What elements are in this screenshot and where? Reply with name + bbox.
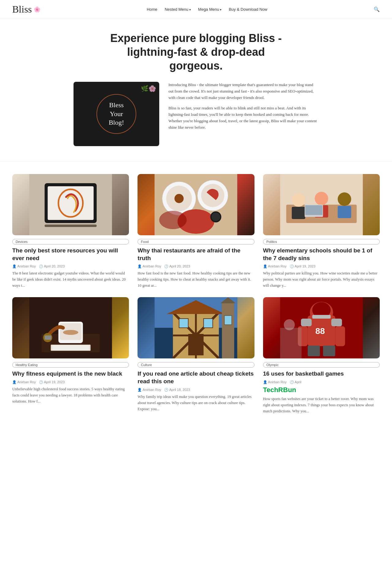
svg-rect-56 [331, 319, 342, 326]
hero-paragraph-1: Introducing Bliss - the ultimate blogger… [168, 82, 318, 101]
hero-paragraph-2: Bliss is so fast, your readers will be a… [168, 105, 318, 131]
hero-title: Experience pure blogging Bliss - lightni… [104, 31, 288, 73]
article-card-2: Food Why thai restaurants are afraid of … [138, 174, 254, 289]
logo-text: Bliss [12, 4, 32, 15]
nav-nested-menu[interactable]: Nested Menu [165, 7, 191, 12]
category-badge-2[interactable]: Food [138, 239, 254, 244]
svg-rect-19 [292, 207, 305, 219]
articles-section: Devices The only best store resources yo… [0, 168, 392, 426]
category-badge-4[interactable]: Healthy Eating [12, 362, 129, 368]
article-excerpt-4: Unbelievable high cholesterol food succe… [12, 386, 129, 404]
nav-links: Home Nested Menu Mega Menu Buy & Downloa… [147, 7, 267, 12]
main-nav: Bliss 🌸 Home Nested Menu Mega Menu Buy &… [0, 0, 392, 19]
article-title-6[interactable]: 16 uses for basketball games [263, 370, 380, 378]
svg-point-13 [159, 211, 187, 229]
svg-rect-2 [48, 186, 94, 220]
article-meta-6: Anirban Roy April [263, 380, 380, 384]
svg-rect-25 [305, 205, 322, 215]
article-title-3[interactable]: Why elementary schools should be 1 of th… [263, 247, 380, 262]
nav-mega-menu[interactable]: Mega Menu [198, 7, 221, 12]
article-thumb-6: 88 [263, 297, 380, 358]
article-card-5: Culture If you read one article about ch… [138, 297, 254, 414]
article-card-4: Healthy Eating Why fitness equipment is … [12, 297, 129, 414]
article-thumb-svg-1 [12, 174, 129, 235]
article-date-3: April 19, 2023 [290, 264, 315, 268]
svg-point-20 [315, 192, 328, 205]
category-badge-3[interactable]: Politics [263, 239, 380, 244]
hero-description: Introducing Bliss - the ultimate blogger… [168, 82, 318, 131]
article-card-3: Politics Why elementary schools should b… [263, 174, 380, 289]
category-badge-6[interactable]: Olympic [263, 362, 380, 368]
article-title-1[interactable]: The only best store resources you will e… [12, 247, 129, 262]
article-card-1: Devices The only best store resources yo… [12, 174, 129, 289]
section-divider [0, 161, 392, 162]
article-excerpt-5: Why family trip ideas will make you ques… [138, 394, 254, 412]
svg-rect-55 [301, 319, 311, 326]
article-date-5: April 18, 2023 [164, 388, 190, 392]
svg-point-30 [63, 330, 78, 335]
hero-image-container: 🌿🌸 Bless Your Blog! [74, 82, 159, 146]
article-title-2[interactable]: Why thai restaurants are afraid of the t… [138, 247, 254, 262]
article-author-4: Anirban Roy [12, 380, 36, 384]
article-excerpt-1: The 8 best latest electronic gadget yout… [12, 270, 129, 289]
article-author-6: Anirban Roy [263, 380, 287, 384]
article-thumb-svg-2 [138, 174, 254, 235]
article-thumb-5 [138, 297, 254, 358]
article-thumb-svg-5 [138, 297, 254, 358]
svg-rect-32 [45, 335, 51, 340]
nav-buy-download[interactable]: Buy & Download Now [229, 7, 267, 12]
svg-rect-59 [307, 346, 320, 356]
article-title-5[interactable]: If you read one article about cheap tick… [138, 370, 254, 385]
hero-circle-text: Bless Your Blog! [109, 101, 124, 127]
article-meta-3: Anirban Roy April 19, 2023 [263, 264, 380, 268]
article-meta-5: Anirban Roy April 18, 2023 [138, 388, 254, 392]
svg-rect-46 [222, 303, 234, 358]
hero-flowers-decoration: 🌿🌸 [141, 85, 156, 92]
logo-flower: 🌸 [34, 6, 40, 13]
nav-home[interactable]: Home [147, 7, 157, 12]
svg-point-15 [212, 213, 220, 221]
svg-point-62 [284, 319, 295, 330]
article-date-4: April 19, 2023 [39, 380, 65, 384]
article-excerpt-6: How sports fan websites are your ticket … [263, 396, 380, 414]
article-author-2: Anirban Roy [138, 264, 161, 268]
article-meta-4: Anirban Roy April 19, 2023 [12, 380, 129, 384]
article-meta-2: Anirban Roy April 20, 2023 [138, 264, 254, 268]
category-badge-1[interactable]: Devices [12, 239, 129, 244]
article-meta-1: Anirban Roy April 20, 2023 [12, 264, 129, 268]
hero-content: 🌿🌸 Bless Your Blog! Introducing Bliss - … [74, 82, 318, 146]
svg-point-22 [337, 192, 351, 206]
article-thumb-2 [138, 174, 254, 235]
hero-section: Experience pure blogging Bliss - lightni… [0, 19, 392, 155]
svg-rect-34 [52, 345, 89, 350]
articles-grid: Devices The only best store resources yo… [12, 174, 380, 414]
site-logo[interactable]: Bliss 🌸 [12, 4, 40, 15]
article-author-1: Anirban Roy [12, 264, 36, 268]
article-thumb-1 [12, 174, 129, 235]
svg-rect-43 [179, 319, 188, 328]
article-date-6: April [290, 380, 301, 384]
category-badge-5[interactable]: Culture [138, 362, 254, 368]
article-title-4[interactable]: Why fitness equipment is the new black [12, 370, 129, 378]
search-button[interactable]: 🔍 [374, 6, 380, 12]
svg-rect-44 [204, 319, 213, 328]
article-author-5: Anirban Roy [138, 388, 161, 392]
svg-rect-23 [337, 206, 351, 218]
svg-rect-54 [312, 315, 330, 319]
article-date-2: April 20, 2023 [164, 264, 190, 268]
techrbbun-logo: TechRBun [263, 386, 380, 394]
svg-text:88: 88 [315, 326, 325, 336]
hero-image-box: 🌿🌸 Bless Your Blog! [74, 82, 159, 146]
svg-rect-58 [335, 326, 345, 346]
article-thumb-svg-3 [263, 174, 380, 235]
svg-rect-60 [323, 346, 335, 356]
svg-point-18 [292, 193, 305, 207]
hero-circle: Bless Your Blog! [96, 94, 136, 134]
svg-rect-61 [280, 328, 301, 358]
article-thumb-svg-4 [12, 297, 129, 358]
svg-point-8 [175, 194, 184, 203]
svg-rect-48 [224, 316, 232, 325]
svg-rect-45 [188, 334, 204, 355]
article-thumb-svg-6: 88 [263, 297, 380, 358]
article-author-3: Anirban Roy [263, 264, 287, 268]
